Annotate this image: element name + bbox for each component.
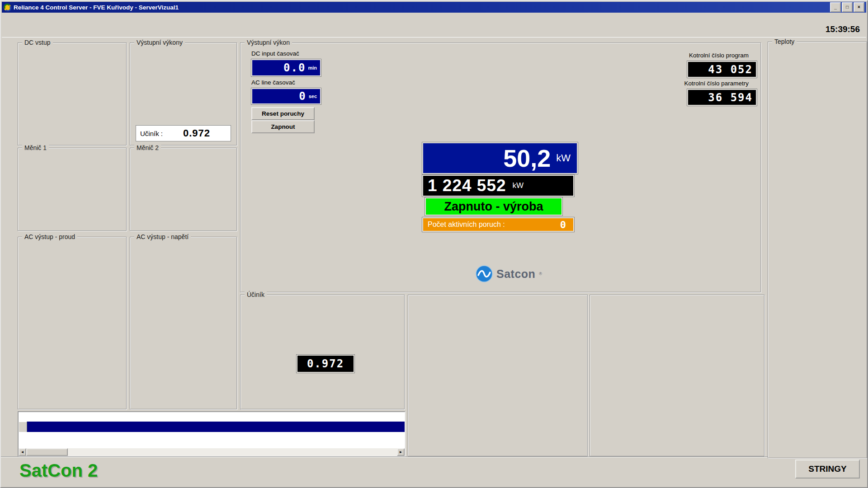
row-ucinik: Učiník : 0.972 <box>136 126 231 141</box>
panel-chart-proud <box>408 295 588 456</box>
satcon-logo: Satcon® <box>476 265 542 282</box>
alarm-table: ◄ ► <box>18 411 406 457</box>
total-energy-display: 1 224 552kW <box>422 175 574 197</box>
actual-power-display: 50,2kW <box>422 142 578 174</box>
table-row[interactable] <box>27 422 405 432</box>
panel-title: Měnič 1 <box>22 144 49 151</box>
control-number-program-display: 43 052 <box>687 61 757 78</box>
control-number-params-label: Kotrolní číslo parametry <box>640 80 749 87</box>
panel-teploty: Teploty <box>768 42 867 458</box>
ucinik-value-display: 0.972 <box>297 355 354 373</box>
zapnout-button[interactable]: Zapnout <box>251 120 315 133</box>
row-value: 0.972 <box>183 127 210 139</box>
panel-vystupni-vykon: Výstupní výkon DC input časovač 0.0min A… <box>240 42 761 292</box>
scroll-left-button[interactable]: ◄ <box>19 448 26 456</box>
panel-vystupni-vykony: Výstupní výkony Učiník : 0.972 <box>130 42 237 145</box>
control-number-params-display: 36 594 <box>687 89 757 106</box>
horizontal-scrollbar[interactable]: ◄ ► <box>19 448 405 456</box>
menu-bar <box>2 13 866 23</box>
panel-dc-vstup: DC vstup <box>18 42 127 145</box>
dc-input-timer-label: DC input časovač <box>251 50 299 57</box>
ucinik-gauge <box>241 295 404 409</box>
panel-title: AC výstup - napětí <box>134 233 191 240</box>
title-bar: Reliance 4 Control Server - FVE Kuřivody… <box>2 2 866 13</box>
app-window: Reliance 4 Control Server - FVE Kuřivody… <box>0 0 868 488</box>
row-label: Učiník : <box>140 130 163 137</box>
clock: 15:39:56 <box>826 24 860 34</box>
panel-title: Teploty <box>772 38 797 45</box>
panel-title: Měnič 2 <box>134 144 161 151</box>
satcon-logo-icon <box>476 265 493 282</box>
page-title: SatCon 2 <box>19 460 98 481</box>
scroll-right-button[interactable]: ► <box>397 448 405 456</box>
panel-menic-2: Měnič 2 <box>130 148 237 231</box>
panel-title: AC výstup - proud <box>22 233 77 240</box>
panel-title: Výstupní výkony <box>134 39 185 46</box>
minimize-button[interactable]: _ <box>830 2 841 12</box>
panel-ac-vystup-napeti: AC výstup - napětí <box>130 237 237 409</box>
ac-line-timer-label: AC line časovač <box>251 79 295 86</box>
dc-input-timer-display: 0.0min <box>251 59 321 76</box>
panel-menic-1: Měnič 1 <box>18 148 127 231</box>
stringy-button[interactable]: STRINGY <box>795 460 860 479</box>
window-title: Reliance 4 Control Server - FVE Kuřivody… <box>14 4 830 11</box>
panel-ucinik: Účiník 0.972 <box>240 295 405 409</box>
toolbar <box>2 23 866 38</box>
ac-line-timer-display: 0sec <box>251 88 321 104</box>
footer: SatCon 2 STRINGY <box>1 456 867 488</box>
status-display: Zapnuto - výroba <box>425 197 562 216</box>
active-faults-display: Počet aktivních poruch :0 <box>422 217 574 232</box>
app-icon <box>4 4 11 11</box>
maximize-button[interactable]: □ <box>842 2 853 12</box>
close-button[interactable]: × <box>854 2 864 12</box>
panel-title: DC vstup <box>22 39 53 46</box>
table-row-header[interactable] <box>19 422 27 432</box>
panel-ac-vystup-proud: AC výstup - proud <box>18 237 127 409</box>
panel-chart-napeti <box>590 295 764 456</box>
control-number-program-label: Kotrolní číslo program <box>640 52 749 59</box>
reset-poruchy-button[interactable]: Reset poruchy <box>251 107 315 120</box>
scrollbar-thumb[interactable] <box>26 448 68 456</box>
